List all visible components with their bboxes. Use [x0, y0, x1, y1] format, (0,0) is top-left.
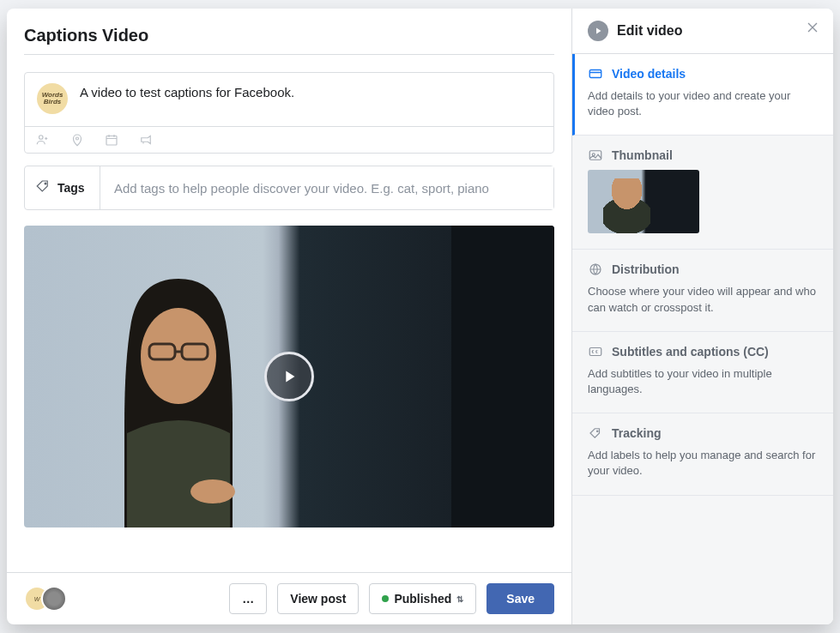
section-video-details[interactable]: Video details Add details to your video …: [572, 54, 833, 136]
svg-point-1: [76, 137, 79, 140]
location-icon[interactable]: [69, 132, 85, 148]
preview-person: [67, 262, 290, 528]
page-avatar: WordsBirds: [37, 83, 68, 114]
svg-point-13: [597, 431, 599, 432]
play-circle-icon: [588, 21, 608, 41]
main-column: Captions Video WordsBirds A video to tes…: [7, 9, 571, 624]
svg-point-7: [190, 479, 235, 503]
svg-rect-12: [589, 347, 601, 355]
page-title: Captions Video: [24, 26, 554, 45]
tag-icon: [35, 178, 51, 197]
preview-background-bookshelf: [451, 226, 554, 528]
ellipsis-icon: …: [242, 592, 254, 606]
svg-point-3: [45, 183, 46, 184]
edit-video-modal: Captions Video WordsBirds A video to tes…: [7, 9, 833, 624]
view-post-button[interactable]: View post: [277, 583, 359, 614]
composer-card: WordsBirds A video to test captions for …: [24, 72, 554, 154]
main-content: Captions Video WordsBirds A video to tes…: [7, 9, 571, 572]
status-dot-icon: [382, 595, 389, 602]
composer-body[interactable]: WordsBirds A video to test captions for …: [25, 73, 553, 126]
tags-label-text: Tags: [57, 181, 85, 195]
chevron-updown-icon: ⇅: [456, 594, 463, 604]
user-avatar-small: [41, 586, 67, 612]
thumbnail-icon: [588, 148, 603, 163]
tags-label: Tags: [25, 166, 100, 209]
svg-point-4: [141, 308, 216, 404]
section-distribution[interactable]: Distribution Choose where your video wil…: [572, 250, 833, 331]
tags-card: Tags: [24, 166, 554, 210]
bottom-bar: W … View post Published ⇅ Save: [7, 572, 571, 624]
sidebar-header: Edit video: [572, 9, 833, 54]
distribution-icon: [588, 262, 603, 277]
divider: [24, 54, 554, 55]
video-details-icon: [588, 66, 603, 81]
video-preview[interactable]: [24, 226, 554, 528]
section-tracking[interactable]: Tracking Add labels to help you manage a…: [572, 413, 833, 495]
svg-rect-8: [589, 70, 601, 78]
close-button[interactable]: [804, 19, 821, 36]
section-subtitles[interactable]: Subtitles and captions (CC) Add subtitle…: [572, 332, 833, 413]
cc-icon: [588, 344, 603, 359]
thumbnail-preview[interactable]: [588, 170, 699, 233]
tracking-icon: [588, 425, 603, 441]
tags-input[interactable]: [100, 166, 553, 209]
attribution-avatars[interactable]: W: [24, 586, 67, 612]
svg-rect-2: [106, 136, 117, 146]
more-options-button[interactable]: …: [229, 583, 267, 614]
save-button[interactable]: Save: [486, 583, 554, 614]
sponsor-icon[interactable]: [138, 132, 154, 148]
published-status-button[interactable]: Published ⇅: [369, 583, 476, 614]
section-thumbnail[interactable]: Thumbnail: [572, 136, 833, 250]
sidebar: Edit video Video details Add details to …: [571, 9, 833, 624]
composer-text: A video to test captions for Facebook.: [80, 83, 294, 99]
composer-toolbar: [25, 126, 553, 153]
tag-people-icon[interactable]: [35, 132, 51, 148]
sidebar-title: Edit video: [617, 23, 682, 39]
svg-point-0: [39, 136, 44, 140]
calendar-icon[interactable]: [104, 132, 119, 148]
